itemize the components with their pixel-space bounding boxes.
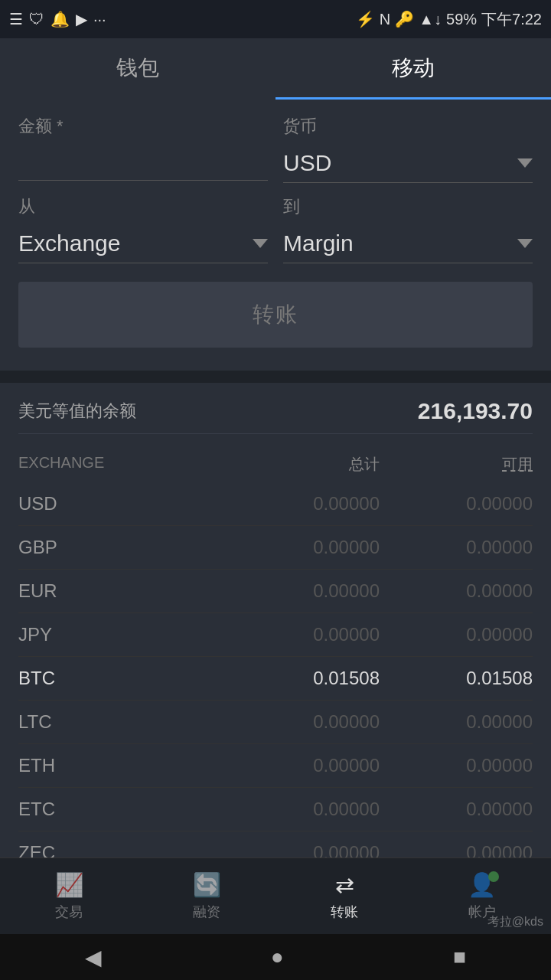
nav-transfer[interactable]: ⇄ 转账 xyxy=(331,871,358,921)
currency-available: 0.00000 xyxy=(410,755,533,776)
status-right: ⚡ N 🔑 ▲↓ 59% 下午7:22 xyxy=(356,9,542,30)
system-nav-bar: ◀ ● ■ xyxy=(0,934,551,980)
more-icon: ··· xyxy=(93,11,106,28)
currency-name: LTC xyxy=(18,711,95,733)
tab-bar: 钱包 移动 xyxy=(0,38,551,100)
col-header-total: 总计 xyxy=(288,454,380,475)
currency-total: 0.01508 xyxy=(257,668,380,689)
currency-name: USD xyxy=(18,493,95,514)
home-button[interactable]: ● xyxy=(271,945,284,969)
balance-value: 216,193.70 xyxy=(418,398,533,424)
to-label: 到 xyxy=(283,195,533,218)
send-icon: ▶ xyxy=(76,10,87,28)
currency-group: 货币 USD xyxy=(283,115,533,183)
status-left: ☰ 🛡 🔔 ▶ ··· xyxy=(9,10,106,28)
key-icon: 🔑 xyxy=(395,10,414,28)
balance-section: 美元等值的余额 216,193.70 xyxy=(0,383,551,442)
account-icon-wrapper: 👤 xyxy=(468,871,496,898)
nav-finance[interactable]: 🔄 融资 xyxy=(193,871,221,921)
time-display: 下午7:22 xyxy=(481,9,542,30)
back-button[interactable]: ◀ xyxy=(85,945,102,970)
watermark: 考拉@kds xyxy=(487,914,543,930)
to-dropdown-arrow xyxy=(517,239,533,248)
currency-total: 0.00000 xyxy=(257,580,380,602)
section-divider xyxy=(0,371,551,383)
currency-name: EUR xyxy=(18,580,95,602)
bottom-nav: 📈 交易 🔄 融资 ⇄ 转账 👤 帐户 xyxy=(0,858,551,934)
currency-total: 0.00000 xyxy=(257,799,380,820)
bell-icon: 🔔 xyxy=(51,10,70,28)
currency-available: 0.00000 xyxy=(410,580,533,602)
currency-available: 0.00000 xyxy=(410,537,533,558)
tab-wallet[interactable]: 钱包 xyxy=(0,38,276,100)
currency-total: 0.00000 xyxy=(257,755,380,776)
currency-label: 货币 xyxy=(283,115,533,138)
currency-total: 0.00000 xyxy=(257,711,380,733)
table-row: BTC 0.01508 0.01508 xyxy=(18,657,533,701)
currency-available: 0.00000 xyxy=(410,493,533,514)
table-row: ETH 0.00000 0.00000 xyxy=(18,744,533,788)
currency-available: 0.01508 xyxy=(410,668,533,689)
from-value: Exchange xyxy=(18,230,120,256)
transfer-icon: ⇄ xyxy=(335,871,354,898)
currency-name: JPY xyxy=(18,624,95,645)
to-select[interactable]: Margin xyxy=(283,224,533,263)
currency-available: 0.00000 xyxy=(410,799,533,820)
to-group: 到 Margin xyxy=(283,195,533,263)
exchange-section-label: EXCHANGE xyxy=(18,454,104,475)
finance-icon: 🔄 xyxy=(193,871,221,898)
currency-total: 0.00000 xyxy=(257,537,380,558)
nav-trade[interactable]: 📈 交易 xyxy=(55,871,83,921)
currency-dropdown-arrow xyxy=(517,158,533,168)
table-row: GBP 0.00000 0.00000 xyxy=(18,526,533,570)
status-bar: ☰ 🛡 🔔 ▶ ··· ⚡ N 🔑 ▲↓ 59% 下午7:22 xyxy=(0,0,551,38)
table-row: JPY 0.00000 0.00000 xyxy=(18,613,533,657)
currency-available: 0.00000 xyxy=(410,624,533,645)
signal-icon: ▲↓ xyxy=(419,11,442,28)
from-dropdown-arrow xyxy=(253,239,268,248)
transfer-button[interactable]: 转账 xyxy=(18,282,533,348)
from-select[interactable]: Exchange xyxy=(18,224,268,263)
recents-button[interactable]: ■ xyxy=(453,945,466,969)
col-header-available: 可用 xyxy=(441,454,533,475)
currency-total: 0.00000 xyxy=(257,493,380,514)
currency-value: USD xyxy=(283,150,331,176)
currency-total: 0.00000 xyxy=(257,624,380,645)
currency-available: 0.00000 xyxy=(410,711,533,733)
currency-select[interactable]: USD xyxy=(283,144,533,183)
amount-group: 金额 * xyxy=(18,115,268,183)
trade-icon: 📈 xyxy=(55,871,83,898)
table-row: USD 0.00000 0.00000 xyxy=(18,482,533,526)
tab-move[interactable]: 移动 xyxy=(276,38,551,100)
currency-name: BTC xyxy=(18,668,95,689)
amount-label: 金额 * xyxy=(18,115,268,138)
currency-name: GBP xyxy=(18,537,95,558)
transfer-form: 金额 * 货币 USD 从 Exchange xyxy=(0,100,551,371)
bluetooth-icon: ⚡ xyxy=(356,10,375,28)
table-row: LTC 0.00000 0.00000 xyxy=(18,701,533,744)
table-row: ETC 0.00000 0.00000 xyxy=(18,788,533,831)
shield-icon: 🛡 xyxy=(29,11,44,28)
balance-label: 美元等值的余额 xyxy=(18,400,136,423)
to-value: Margin xyxy=(283,230,354,256)
menu-icon: ☰ xyxy=(9,10,23,28)
exchange-header: EXCHANGE 总计 可用 xyxy=(18,454,533,475)
from-group: 从 Exchange xyxy=(18,195,268,263)
currency-name: ETC xyxy=(18,799,95,820)
table-row: EUR 0.00000 0.00000 xyxy=(18,570,533,613)
battery-text: 59% xyxy=(446,11,477,28)
currency-name: ETH xyxy=(18,755,95,776)
account-online-dot xyxy=(488,871,499,882)
from-label: 从 xyxy=(18,195,268,218)
nfc-icon: N xyxy=(380,11,390,28)
amount-input[interactable] xyxy=(18,144,268,181)
